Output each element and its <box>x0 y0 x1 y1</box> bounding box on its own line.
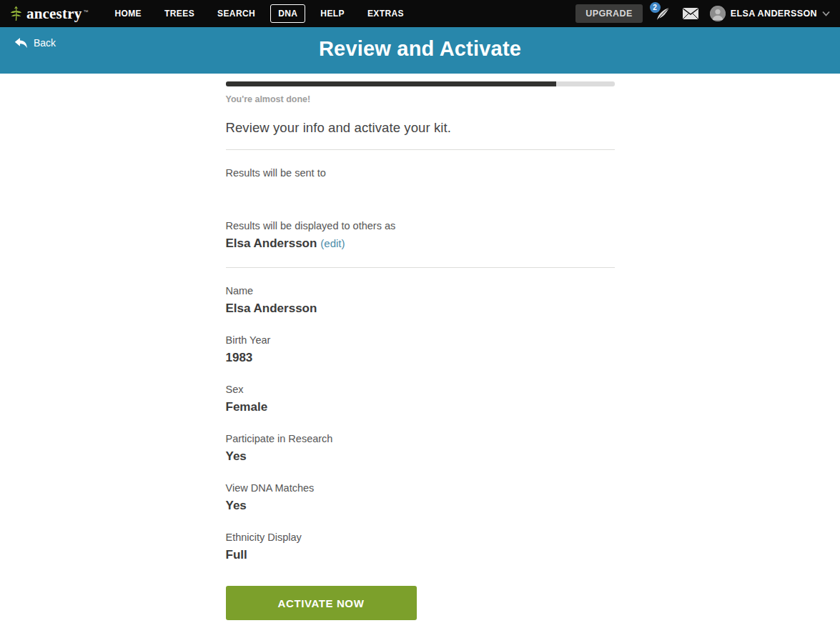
mail-icon <box>683 8 698 19</box>
main-content: You're almost done! Review your info and… <box>226 74 615 620</box>
upgrade-button[interactable]: UPGRADE <box>575 4 642 23</box>
birth-year-field: Birth Year 1983 <box>226 334 615 365</box>
display-name-value: Elsa Andersson <box>226 236 317 250</box>
name-field: Name Elsa Andersson <box>226 285 615 316</box>
activate-now-button[interactable]: ACTIVATE NOW <box>226 586 417 620</box>
dna-matches-field: View DNA Matches Yes <box>226 482 615 513</box>
nav-trees[interactable]: TREES <box>157 4 202 23</box>
divider <box>226 267 615 268</box>
back-arrow-icon <box>14 37 28 49</box>
nav-home[interactable]: HOME <box>107 4 149 23</box>
research-field: Participate in Research Yes <box>226 433 615 464</box>
ancestry-leaf-icon <box>7 5 25 23</box>
messages-button[interactable] <box>683 8 698 19</box>
user-name: ELSA ANDERSSON <box>731 9 817 19</box>
ethnicity-label: Ethnicity Display <box>226 532 615 543</box>
chevron-down-icon <box>822 11 830 16</box>
brand-name: ancestry <box>26 5 81 23</box>
edit-display-name-link[interactable]: (edit) <box>320 237 345 249</box>
ancestry-logo[interactable]: ancestry ™ <box>7 5 88 23</box>
nav-help[interactable]: HELP <box>312 4 352 23</box>
primary-nav: HOME TREES SEARCH DNA HELP EXTRAS <box>107 4 412 23</box>
back-label: Back <box>34 37 56 49</box>
display-name-label: Results will be displayed to others as <box>226 220 615 231</box>
results-sent-field: Results will be sent to <box>226 167 615 199</box>
progress-fill <box>226 81 556 86</box>
nav-search[interactable]: SEARCH <box>209 4 263 23</box>
page-header: Back Review and Activate <box>0 27 840 74</box>
name-label: Name <box>226 285 615 296</box>
display-name-field: Results will be displayed to others as E… <box>226 220 615 251</box>
page-title: Review and Activate <box>319 37 521 61</box>
progress-status: You're almost done! <box>226 94 615 104</box>
birth-year-label: Birth Year <box>226 334 615 346</box>
research-value: Yes <box>226 449 615 464</box>
nav-extras[interactable]: EXTRAS <box>360 4 412 23</box>
back-button[interactable]: Back <box>14 37 56 49</box>
birth-year-value: 1983 <box>226 351 615 365</box>
nav-dna[interactable]: DNA <box>270 4 305 23</box>
ethnicity-value: Full <box>226 548 615 562</box>
notification-badge: 2 <box>650 2 661 13</box>
topnav-right: UPGRADE 2 ELSA ANDERSS <box>575 4 830 23</box>
top-navigation: ancestry ™ HOME TREES SEARCH DNA HELP EX… <box>0 0 840 27</box>
results-sent-value <box>226 184 615 199</box>
dna-matches-label: View DNA Matches <box>226 482 615 494</box>
avatar <box>710 6 726 21</box>
progress-bar <box>226 81 615 86</box>
name-value: Elsa Andersson <box>226 301 615 316</box>
results-sent-label: Results will be sent to <box>226 167 615 179</box>
research-label: Participate in Research <box>226 433 615 444</box>
sex-field: Sex Female <box>226 384 615 414</box>
content-heading: Review your info and activate your kit. <box>226 120 615 136</box>
notifications-button[interactable]: 2 <box>654 4 671 23</box>
brand-trademark: ™ <box>83 9 88 14</box>
ethnicity-field: Ethnicity Display Full <box>226 532 615 562</box>
sex-label: Sex <box>226 384 615 395</box>
sex-value: Female <box>226 400 615 414</box>
user-menu[interactable]: ELSA ANDERSSON <box>710 6 830 21</box>
dna-matches-value: Yes <box>226 499 615 513</box>
person-icon <box>710 6 726 21</box>
divider <box>226 149 615 150</box>
